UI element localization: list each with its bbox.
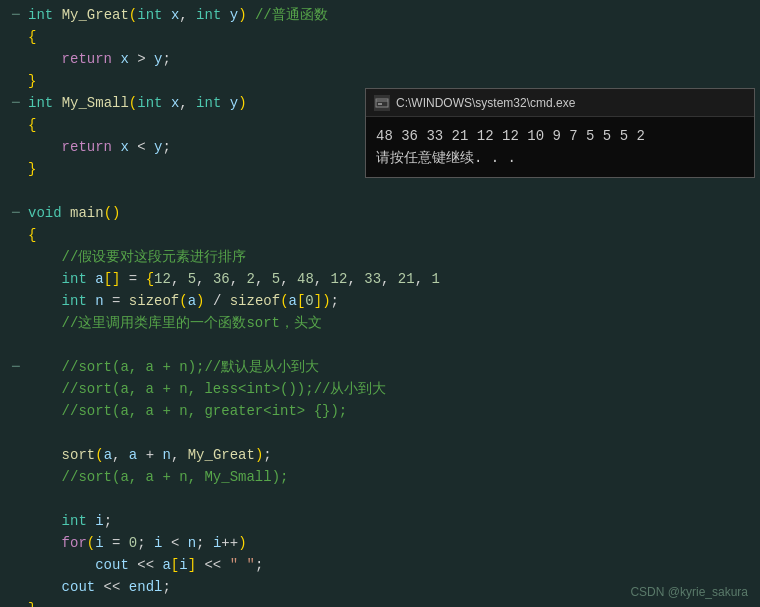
line-text-close-main: } bbox=[28, 598, 36, 607]
line-text-5: int My_Small(int x, int y) bbox=[28, 92, 247, 114]
line-text-2: { bbox=[28, 26, 36, 48]
line-text-cout-ai: cout << a[i] << " "; bbox=[28, 554, 263, 576]
code-line-array: int a[] = {12, 5, 36, 2, 5, 48, 12, 33, … bbox=[0, 268, 760, 290]
watermark-text: CSDN @kyrie_sakura bbox=[630, 585, 748, 599]
code-line-main: ─ void main() bbox=[0, 202, 760, 224]
line-text-6: { bbox=[28, 114, 36, 136]
svg-rect-2 bbox=[378, 103, 382, 105]
code-editor: ─ int My_Great(int x, int y) //普通函数 { re… bbox=[0, 0, 760, 607]
watermark: CSDN @kyrie_sakura bbox=[630, 585, 748, 599]
code-line-empty1 bbox=[0, 180, 760, 202]
line-text-for: for(i = 0; i < n; i++) bbox=[28, 532, 247, 554]
code-line-sort-call: sort(a, a + n, My_Great); bbox=[0, 444, 760, 466]
code-line-cout-ai: cout << a[i] << " "; bbox=[0, 554, 760, 576]
gutter-collapse-sc[interactable]: ─ bbox=[8, 356, 24, 378]
code-line-2: { bbox=[0, 26, 760, 48]
code-line-for: for(i = 0; i < n; i++) bbox=[0, 532, 760, 554]
code-line-empty3 bbox=[0, 422, 760, 444]
cmd-title-text: C:\WINDOWS\system32\cmd.exe bbox=[396, 96, 575, 110]
cmd-output-line2: 请按任意键继续. . . bbox=[376, 147, 744, 169]
line-text-cout-endl: cout << endl; bbox=[28, 576, 171, 598]
line-text-sortc3: //sort(a, a + n, greater<int> {}); bbox=[28, 400, 347, 422]
line-text-sortc1: //sort(a, a + n);//默认是从小到大 bbox=[28, 356, 319, 378]
line-text-4: } bbox=[28, 70, 36, 92]
line-text-e4 bbox=[28, 488, 36, 510]
line-text-sortc2: //sort(a, a + n, less<int>());//从小到大 bbox=[28, 378, 386, 400]
code-line-sizeof: int n = sizeof(a) / sizeof(a[0]); bbox=[0, 290, 760, 312]
line-text-e2 bbox=[28, 334, 36, 356]
code-line-3: return x > y; bbox=[0, 48, 760, 70]
code-line-empty2 bbox=[0, 334, 760, 356]
cmd-body: 48 36 33 21 12 12 10 9 7 5 5 5 2 请按任意键继续… bbox=[366, 117, 754, 177]
code-line-sortc1: ─ //sort(a, a + n);//默认是从小到大 bbox=[0, 356, 760, 378]
cmd-output-line1: 48 36 33 21 12 12 10 9 7 5 5 5 2 bbox=[376, 125, 744, 147]
code-line-sortc3: //sort(a, a + n, greater<int> {}); bbox=[0, 400, 760, 422]
code-line-close-main: } bbox=[0, 598, 760, 607]
line-text-sort-call: sort(a, a + n, My_Great); bbox=[28, 444, 272, 466]
code-line-empty4 bbox=[0, 488, 760, 510]
cmd-titlebar: C:\WINDOWS\system32\cmd.exe bbox=[366, 89, 754, 117]
code-line-sortc2: //sort(a, a + n, less<int>());//从小到大 bbox=[0, 378, 760, 400]
code-line-comment1: //假设要对这段元素进行排序 bbox=[0, 246, 760, 268]
code-line-int-i: int i; bbox=[0, 510, 760, 532]
line-text-main: void main() bbox=[28, 202, 120, 224]
line-text-comment1: //假设要对这段元素进行排序 bbox=[28, 246, 246, 268]
line-text-main-brace: { bbox=[28, 224, 36, 246]
line-text-8: } bbox=[28, 158, 36, 180]
cmd-window[interactable]: C:\WINDOWS\system32\cmd.exe 48 36 33 21 … bbox=[365, 88, 755, 178]
line-text-int-i: int i; bbox=[28, 510, 112, 532]
line-text-e1 bbox=[28, 180, 36, 202]
code-line-sort-comment: //sort(a, a + n, My_Small); bbox=[0, 466, 760, 488]
line-text-sort-comment: //sort(a, a + n, My_Small); bbox=[28, 466, 288, 488]
code-line-main-brace: { bbox=[0, 224, 760, 246]
line-text-sizeof: int n = sizeof(a) / sizeof(a[0]); bbox=[28, 290, 339, 312]
code-line-1: ─ int My_Great(int x, int y) //普通函数 bbox=[0, 4, 760, 26]
line-text-e3 bbox=[28, 422, 36, 444]
line-text-1: int My_Great(int x, int y) //普通函数 bbox=[28, 4, 328, 26]
code-line-comment2: //这里调用类库里的一个函数sort，头文 bbox=[0, 312, 760, 334]
cmd-icon bbox=[374, 95, 390, 111]
line-text-comment2: //这里调用类库里的一个函数sort，头文 bbox=[28, 312, 322, 334]
line-text-array: int a[] = {12, 5, 36, 2, 5, 48, 12, 33, … bbox=[28, 268, 440, 290]
line-text-3: return x > y; bbox=[28, 48, 171, 70]
gutter-collapse-1[interactable]: ─ bbox=[8, 4, 24, 26]
line-text-7: return x < y; bbox=[28, 136, 171, 158]
gutter-collapse-5[interactable]: ─ bbox=[8, 92, 24, 114]
gutter-collapse-main[interactable]: ─ bbox=[8, 202, 24, 224]
